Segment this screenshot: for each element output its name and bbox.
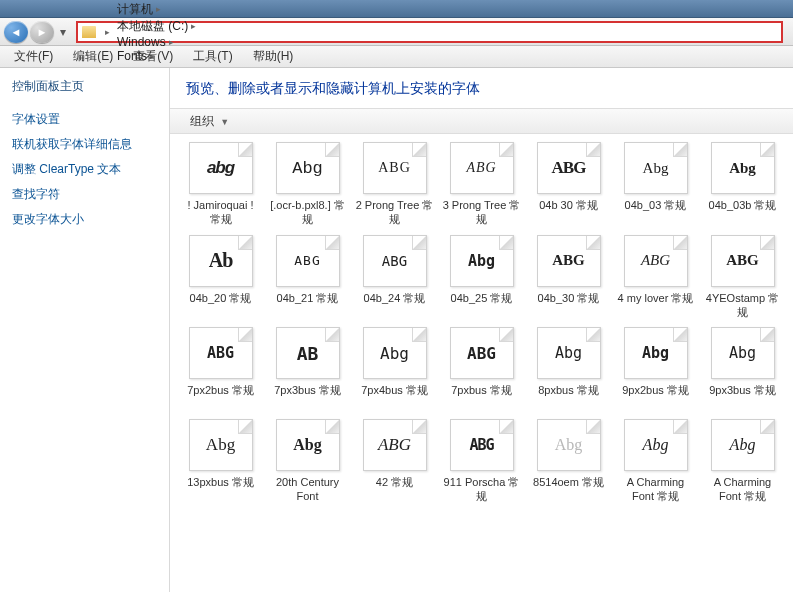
menu-item[interactable]: 工具(T)	[183, 47, 242, 65]
page-fold-icon	[760, 143, 774, 157]
menu-item[interactable]: 查看(V)	[123, 47, 183, 65]
forward-button[interactable]: ►	[30, 21, 54, 43]
sidebar-link[interactable]: 更改字体大小	[12, 207, 157, 232]
font-name-label: 8pxbus 常规	[538, 383, 599, 411]
sidebar-link[interactable]: 调整 ClearType 文本	[12, 157, 157, 182]
menu-bar: 文件(F)编辑(E)查看(V)工具(T)帮助(H)	[0, 46, 793, 68]
font-name-label: 9px3bus 常规	[709, 383, 776, 411]
page-fold-icon	[499, 143, 513, 157]
font-sample-text: abg	[207, 158, 234, 178]
menu-item[interactable]: 编辑(E)	[63, 47, 123, 65]
font-item[interactable]: ABG04b_21 常规	[267, 235, 348, 320]
font-name-label: 7px3bus 常规	[274, 383, 341, 411]
font-sample-text: Abg	[555, 436, 583, 454]
font-preview-tile: ABG	[450, 327, 514, 379]
page-fold-icon	[412, 143, 426, 157]
page-fold-icon	[499, 420, 513, 434]
sidebar-link[interactable]: 联机获取字体详细信息	[12, 132, 157, 157]
page-fold-icon	[412, 328, 426, 342]
font-item[interactable]: Abg8pxbus 常规	[528, 327, 609, 411]
font-item[interactable]: ABG4YEOstamp 常规	[702, 235, 783, 320]
font-item[interactable]: ABG7px2bus 常规	[180, 327, 261, 411]
page-fold-icon	[499, 328, 513, 342]
font-sample-text: Abg	[555, 344, 582, 362]
breadcrumb[interactable]: ▸ 计算机▸本地磁盘 (C:)▸Windows▸Fonts▸	[76, 21, 783, 43]
font-item[interactable]: ABG911 Porscha 常规	[441, 419, 522, 504]
font-item[interactable]: Abg[.ocr-b.pxl8.] 常规	[267, 142, 348, 227]
font-item[interactable]: Ab04b_20 常规	[180, 235, 261, 320]
font-sample-text: ABG	[552, 158, 586, 178]
font-name-label: 04b_03b 常规	[709, 198, 777, 226]
navigation-bar: ◄ ► ▾ ▸ 计算机▸本地磁盘 (C:)▸Windows▸Fonts▸	[0, 18, 793, 46]
font-preview-tile: Abg	[624, 142, 688, 194]
menu-item[interactable]: 帮助(H)	[243, 47, 304, 65]
page-fold-icon	[760, 328, 774, 342]
font-item[interactable]: Abg9px2bus 常规	[615, 327, 696, 411]
font-sample-text: ABG	[469, 436, 493, 454]
page-fold-icon	[586, 236, 600, 250]
font-item[interactable]: AB7px3bus 常规	[267, 327, 348, 411]
font-preview-tile: Abg	[711, 142, 775, 194]
font-preview-tile: ABG	[537, 235, 601, 287]
font-sample-text: ABG	[726, 252, 759, 269]
font-item[interactable]: Abg04b_03 常规	[615, 142, 696, 227]
font-preview-tile: ABG	[537, 142, 601, 194]
chevron-right-icon: ▸	[191, 21, 196, 31]
font-preview-tile: Abg	[624, 419, 688, 471]
breadcrumb-item[interactable]: 本地磁盘 (C:)▸	[115, 18, 201, 35]
page-fold-icon	[586, 328, 600, 342]
font-name-label: 13pxbus 常规	[187, 475, 254, 503]
font-sample-text: Abg	[642, 344, 669, 362]
font-preview-tile: Abg	[363, 327, 427, 379]
font-sample-text: Abg	[729, 160, 756, 177]
page-fold-icon	[412, 420, 426, 434]
font-item[interactable]: ABG4 my lover 常规	[615, 235, 696, 320]
breadcrumb-root-arrow[interactable]: ▸	[100, 27, 115, 37]
font-item[interactable]: ABG04b_24 常规	[354, 235, 435, 320]
chevron-right-icon: ▸	[169, 37, 174, 47]
font-grid: abg! Jamiroquai ! 常规Abg[.ocr-b.pxl8.] 常规…	[170, 134, 793, 592]
font-name-label: A Charming Font 常规	[703, 475, 783, 504]
font-sample-text: ABG	[382, 253, 407, 269]
font-item[interactable]: AbgA Charming Font 常规	[615, 419, 696, 504]
font-item[interactable]: abg! Jamiroquai ! 常规	[180, 142, 261, 227]
page-fold-icon	[238, 236, 252, 250]
font-item[interactable]: ABG3 Prong Tree 常规	[441, 142, 522, 227]
font-sample-text: Abg	[468, 252, 495, 270]
font-name-label: 04b 30 常规	[539, 198, 598, 226]
page-fold-icon	[325, 143, 339, 157]
page-fold-icon	[325, 236, 339, 250]
font-item[interactable]: AbgA Charming Font 常规	[702, 419, 783, 504]
font-item[interactable]: Abg7px4bus 常规	[354, 327, 435, 411]
sidebar-link[interactable]: 查找字符	[12, 182, 157, 207]
font-item[interactable]: ABG04b 30 常规	[528, 142, 609, 227]
font-sample-text: ABG	[467, 344, 496, 363]
menu-item[interactable]: 文件(F)	[4, 47, 63, 65]
page-fold-icon	[499, 236, 513, 250]
font-item[interactable]: ABG42 常规	[354, 419, 435, 504]
font-item[interactable]: ABG04b_30 常规	[528, 235, 609, 320]
font-item[interactable]: Abg13pxbus 常规	[180, 419, 261, 504]
sidebar-link[interactable]: 字体设置	[12, 107, 157, 132]
page-fold-icon	[325, 328, 339, 342]
page-fold-icon	[760, 420, 774, 434]
back-button[interactable]: ◄	[4, 21, 28, 43]
font-item[interactable]: Abg20th Century Font	[267, 419, 348, 504]
organize-button[interactable]: 组织 ▼	[180, 111, 239, 132]
font-item[interactable]: Abg04b_25 常规	[441, 235, 522, 320]
font-item[interactable]: ABG2 Prong Tree 常规	[354, 142, 435, 227]
font-sample-text: ABG	[552, 252, 585, 269]
page-title: 预览、删除或者显示和隐藏计算机上安装的字体	[170, 68, 793, 108]
font-item[interactable]: ABG7pxbus 常规	[441, 327, 522, 411]
font-item[interactable]: Abg8514oem 常规	[528, 419, 609, 504]
font-sample-text: Abg	[292, 159, 323, 178]
breadcrumb-item[interactable]: 计算机▸	[115, 1, 201, 18]
font-sample-text: Abg	[729, 344, 756, 362]
font-preview-tile: Abg	[276, 419, 340, 471]
font-name-label: 04b_21 常规	[277, 291, 339, 319]
font-preview-tile: ABG	[450, 142, 514, 194]
font-preview-tile: abg	[189, 142, 253, 194]
font-item[interactable]: Abg9px3bus 常规	[702, 327, 783, 411]
font-item[interactable]: Abg04b_03b 常规	[702, 142, 783, 227]
nav-history-dropdown[interactable]: ▾	[56, 21, 70, 43]
